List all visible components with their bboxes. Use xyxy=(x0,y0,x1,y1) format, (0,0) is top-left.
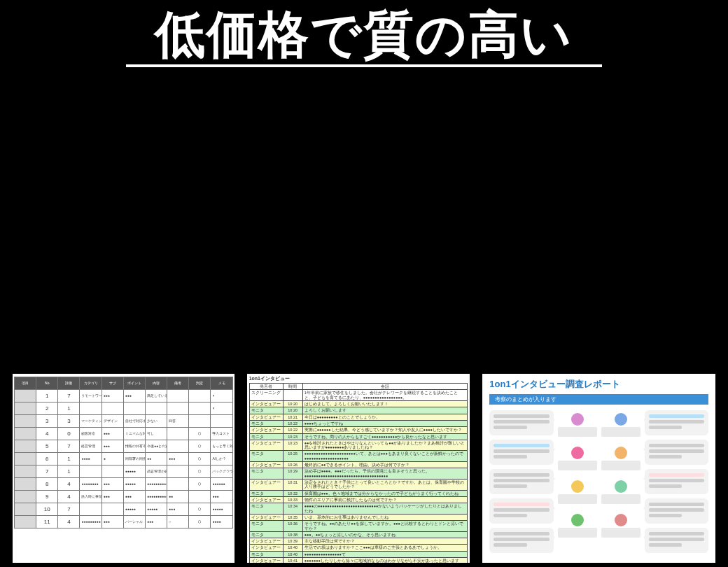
speech-bubble xyxy=(489,440,553,465)
persona-label xyxy=(558,494,597,504)
spreadsheet-table: 項目No評価カテゴリサブポイント内容備考判定メモ 17リモートワーク支援●●●●… xyxy=(14,377,233,528)
avatar-icon xyxy=(571,413,584,426)
persona-label xyxy=(558,427,597,437)
persona-label xyxy=(601,461,640,470)
thumbnail-report: 1on1インタビュー調査レポート 考察のまとめが入ります xyxy=(482,374,715,563)
transcript-row: モニタ10:38●●●。●●ちょっと涼しいのかな、そう思いますね xyxy=(249,531,468,538)
transcript-row: モニタ10:40●●●●●●●●●●●●●●●●て xyxy=(249,551,468,557)
col-header: サブ xyxy=(102,377,123,390)
speech-bubble xyxy=(645,410,708,435)
transcript-row: モニタ10:36そうですね。●●のあたり●●を探していますか。●●●と比較すると… xyxy=(249,521,468,532)
speech-bubble xyxy=(489,498,553,524)
col-header: カテゴリ xyxy=(80,377,102,390)
thumbnail-row: 項目No評価カテゴリサブポイント内容備考判定メモ 17リモートワーク支援●●●●… xyxy=(0,374,728,567)
avatar-icon xyxy=(615,413,627,426)
persona xyxy=(558,480,597,504)
thumbnail-spreadsheet: 項目No評価カテゴリサブポイント内容備考判定メモ 17リモートワーク支援●●●●… xyxy=(13,374,234,563)
avatar-icon xyxy=(571,480,584,493)
transcript-row: インタビュアー10:41●●●●●●●したりしから徐々に地域的なものはわかりなが… xyxy=(249,558,468,563)
persona xyxy=(601,447,640,470)
report-band: 考察のまとめが入ります xyxy=(489,394,708,405)
table-row: 33マーケティングデザイン自社で対応する場合少ない回答 xyxy=(15,415,233,428)
transcript-row: インタビュアー10:20はじめまして。よろしくお願いいたします！ xyxy=(249,400,468,407)
transcript-row: インタビュアー10:23●●を検討されたときはやはりなんといっても●●がありまし… xyxy=(249,440,468,451)
col-header: 項目 xyxy=(15,377,36,390)
transcript-row: インタビュアー10:35いま、基本的にお仕事はありませんでしたね xyxy=(249,514,468,520)
col-header: 評価 xyxy=(58,377,80,390)
persona-label xyxy=(558,461,597,470)
avatar-icon xyxy=(571,514,584,526)
transcript-row: モニタ10:23そうですね、周りの人からもすごく●●●●●●●●●●●から良かっ… xyxy=(249,433,468,440)
persona xyxy=(601,413,640,437)
speech-bubble xyxy=(489,469,553,494)
table-row: 17リモートワーク支援●●●●●●満足している× xyxy=(15,390,233,402)
col-header: 会話 xyxy=(302,384,468,390)
transcript-row: インタビュアー10:22実際に●●●●●●した結果、今どう感じていますか？知人や… xyxy=(249,427,468,433)
transcript-row: モニタ10:20よろしくお願いします xyxy=(249,407,468,414)
table-row: 114●●●●●●●●●●●●バーシャル●●●○○●●●● xyxy=(15,516,233,528)
transcript-row: インタビュアー10:39主な移動手段は何ですか？ xyxy=(249,538,468,545)
persona-label xyxy=(601,427,640,437)
speech-bubble xyxy=(645,498,708,524)
table-row: 21× xyxy=(15,402,233,415)
speech-bubble xyxy=(645,469,708,494)
transcript-row: モニタ10:25●●●●●●●●●●●●●●●●●●●●●●いて、あとは●●●も… xyxy=(249,451,468,462)
avatar-icon xyxy=(615,480,627,493)
transcript-row: インタビュアー10:33物件のエリアに事前に検討したものは何ですか？ xyxy=(249,496,468,503)
avatar-icon xyxy=(615,514,627,526)
transcript-row: モニタ10:34●●●●の●●●●●●●●●●●●●●●●●●●●●●●●●●か… xyxy=(249,503,468,514)
table-row: 57経営管理●●●情報の共有不足今後●●との連携や展開を見直したい○もっと早く対… xyxy=(15,440,233,453)
report-columns xyxy=(489,410,708,553)
persona xyxy=(558,514,597,538)
avatar-icon xyxy=(571,447,584,459)
transcript-row: インタビュアー10:21今日は●●●●●●●●●とのことでしょうか。 xyxy=(249,414,468,420)
transcript-row: インタビュアー10:31決定をされたとき？子供にとって良いところとか？ですか。あ… xyxy=(249,479,468,491)
transcript-row: モニタ10:29決め手は●●●●。●●●だったら、子供の環境にも良さそうと思った… xyxy=(249,468,468,479)
avatar-icon xyxy=(615,447,627,459)
persona xyxy=(601,480,640,504)
col-header: メモ xyxy=(211,377,232,390)
headline: 低価格で質の高い xyxy=(0,0,728,69)
persona-label xyxy=(601,494,640,504)
persona xyxy=(601,514,640,538)
col-header: No xyxy=(36,377,58,390)
col-header: 内容 xyxy=(145,377,167,390)
speech-bubble xyxy=(645,440,708,465)
transcript-table: 発言者時間会話 スクリーニング1年半前に家族で移住をしました。会社がテレワークを… xyxy=(249,383,468,563)
table-row: 61●●●●●同部署の同僚と話し合いのもと●●●●●○AIしか？ xyxy=(15,453,233,465)
persona-label xyxy=(558,528,597,538)
col-header: 時間 xyxy=(283,384,302,390)
col-header: 判定 xyxy=(189,377,211,390)
persona-label xyxy=(601,528,640,538)
speech-bubble xyxy=(489,528,553,553)
col-header: 備考 xyxy=(167,377,189,390)
transcript-row: モニタ10:32保育園は●●●。色々地域までは分からなかったので子どもがうまく行… xyxy=(249,490,468,496)
col-header: 発言者 xyxy=(249,384,283,390)
col-header: ポイント xyxy=(123,377,145,390)
transcript-row: インタビュアー10:40生活での坂はありますか？ここ●●●は車様のご主張とあるあ… xyxy=(249,545,468,551)
speech-bubble xyxy=(645,528,708,553)
persona xyxy=(558,447,597,470)
persona xyxy=(558,413,597,437)
table-row: 40顧客対応●●●ミニマムな対応可し○導入コスト xyxy=(15,428,233,440)
table-row: 94購入時に事前に確認したいこと●●●●●●●●●●●●●●●●●●●●● xyxy=(15,491,233,503)
transcript-row: スクリーニング1年半前に家族で移住をしました。会社がテレワークを継続することを決… xyxy=(249,390,468,401)
table-row: 107●●●●●●●●●●●●●○●●●●● xyxy=(15,503,233,516)
transcript-title: 1on1インタビュー xyxy=(249,376,468,382)
speech-bubble xyxy=(489,410,553,435)
report-title: 1on1インタビュー調査レポート xyxy=(489,379,708,390)
thumbnail-transcript: 1on1インタビュー 発言者時間会話 スクリーニング1年半前に家族で移住をしまし… xyxy=(247,374,470,563)
table-row: 71●●●●●品質管理が必要○バックグラウンド xyxy=(15,465,233,478)
transcript-row: モニタ10:22●●●●ちょっとですね xyxy=(249,420,468,426)
table-row: 84●●●●●●●●●●●●●●●●●●●●●●●●●●○●●●●●● xyxy=(15,478,233,491)
transcript-row: インタビュアー10:26最終的に●●できるポイント、理由、決め手は何ですか？ xyxy=(249,462,468,468)
